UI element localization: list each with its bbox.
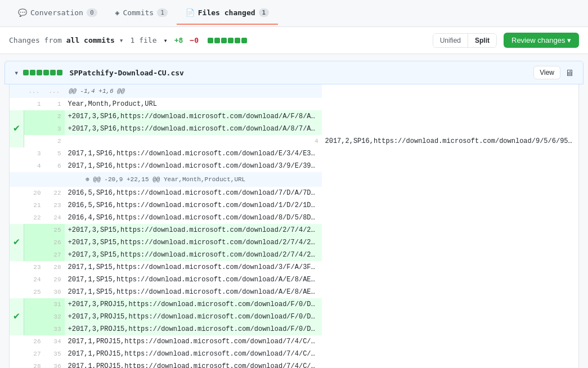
- right-line-num: 30: [44, 286, 65, 298]
- diff-row-ctx: 4 6 2017,1,SP16,https://download.microso…: [10, 160, 579, 172]
- check-cell: ✔: [10, 224, 24, 261]
- diff-row-ctx: 3 5 2017,1,SP16,https://download.microso…: [10, 147, 579, 160]
- diff-row-add: 27 +2017,3,SP15,https://download.microso…: [10, 249, 579, 261]
- line-content: +2017,3,SP16,https://download.microsoft.…: [65, 110, 322, 123]
- tab-files-changed[interactable]: 📄 Files changed 1: [177, 2, 278, 25]
- review-changes-button[interactable]: Review changes ▾: [504, 33, 579, 48]
- stat-block-3: [221, 38, 227, 43]
- all-commits-label[interactable]: all commits: [66, 36, 115, 44]
- file-name: SPPatchify-Download-CU.csv: [69, 69, 529, 77]
- diff-row-ctx: 20 22 2016,5,SP16,https://download.micro…: [10, 187, 579, 199]
- check-cell: ✔: [10, 298, 24, 335]
- changes-from-label: Changes from all commits ▾: [9, 36, 124, 44]
- tab-commits[interactable]: ◈ Commits 1: [106, 2, 177, 25]
- monitor-icon[interactable]: 🖥: [565, 68, 574, 78]
- view-file-button[interactable]: View: [533, 66, 560, 79]
- left-line-num: 28: [24, 360, 44, 368]
- line-content: 2017,2,SP16,https://download.microsoft.c…: [322, 135, 579, 147]
- line-content: 2017,1,SP15,https://download.microsoft.c…: [65, 286, 322, 298]
- right-line-num: 29: [44, 273, 65, 286]
- right-line-num: 34: [44, 335, 65, 348]
- left-line-num: 25: [24, 286, 44, 298]
- diff-row-ctx: 26 34 2017,1,PROJ15,https://download.mic…: [10, 335, 579, 348]
- commits-icon: ◈: [115, 8, 120, 17]
- line-content: +2017,3,PROJ15,https://download.microsof…: [65, 311, 322, 323]
- expand-row[interactable]: ⊕ @@ -20,9 +22,15 @@ Year,Month,Product,…: [10, 172, 579, 187]
- check-cell: [10, 160, 24, 172]
- files-changed-badge: 1: [259, 8, 270, 17]
- checkmark-icon: ✔: [14, 236, 20, 248]
- tab-files-changed-label: Files changed: [198, 8, 255, 17]
- stat-block-6: [241, 38, 247, 43]
- top-tabs: 💬 Conversation 0 ◈ Commits 1 📄 Files cha…: [0, 0, 588, 27]
- diff-row-ctx: 28 36 2017,1,PROJ15,https://download.mic…: [10, 360, 579, 368]
- check-cell: [10, 199, 24, 212]
- conversation-badge: 0: [87, 8, 97, 17]
- right-line-num: 28: [44, 261, 65, 273]
- diff-table: ... ... @@ -1,4 +1,6 @@ 1 1 Year,Month,P…: [9, 84, 579, 368]
- check-cell: [10, 84, 24, 98]
- left-line-num: ...: [24, 84, 44, 98]
- right-line-num: 27: [44, 249, 65, 261]
- right-line-num: 1: [44, 98, 65, 110]
- tab-conversation[interactable]: 💬 Conversation 0: [9, 2, 106, 25]
- diff-row-add: ✔ 2 +2017,3,SP16,https://download.micros…: [10, 110, 579, 123]
- file-stat-block-4: [43, 70, 49, 75]
- diff-row-add: ✔ 31 +2017,3,PROJ15,https://download.mic…: [10, 298, 579, 311]
- diff-row-add: 32 +2017,3,PROJ15,https://download.micro…: [10, 311, 579, 323]
- check-cell: [10, 212, 24, 224]
- right-line-num: 31: [44, 298, 65, 311]
- file-expand-icon[interactable]: ▾: [14, 68, 19, 77]
- diff-row-add: ✔ 25 +2017,3,SP15,https://download.micro…: [10, 224, 579, 236]
- right-line-num: 25: [44, 224, 65, 236]
- additions-count: +8: [174, 36, 183, 44]
- diff-wrapper: ... ... @@ -1,4 +1,6 @@ 1 1 Year,Month,P…: [5, 84, 583, 368]
- left-line-num: [24, 298, 44, 311]
- diff-row-add: 3 +2017,3,SP16,https://download.microsof…: [10, 123, 579, 135]
- stat-block-1: [208, 38, 213, 43]
- diff-row-ctx: 21 23 2016,5,SP16,https://download.micro…: [10, 199, 579, 212]
- right-line-num: 5: [44, 147, 65, 160]
- diff-row-ctx: 23 28 2017,1,SP15,https://download.micro…: [10, 261, 579, 273]
- check-cell: [10, 348, 24, 360]
- check-cell: [10, 360, 24, 368]
- diff-row-ctx: 25 30 2017,1,SP15,https://download.micro…: [10, 286, 579, 298]
- check-cell: [10, 187, 24, 199]
- check-cell: [10, 286, 24, 298]
- file-count: 1 file: [131, 36, 157, 44]
- left-line-num: [24, 249, 44, 261]
- check-cell: [24, 135, 44, 147]
- right-line-num: 32: [44, 311, 65, 323]
- right-line-num: 33: [44, 323, 65, 335]
- check-cell: [10, 273, 24, 286]
- stat-block-5: [235, 38, 240, 43]
- line-content: 2017,1,PROJ15,https://download.microsoft…: [65, 335, 322, 348]
- left-line-num: 23: [24, 261, 44, 273]
- check-cell: [10, 147, 24, 160]
- unified-view-button[interactable]: Unified: [433, 34, 468, 47]
- right-line-num: 23: [44, 199, 65, 212]
- file-stat-block-5: [50, 70, 56, 75]
- line-content: +2017,3,SP15,https://download.microsoft.…: [65, 224, 322, 236]
- right-line-num: 2: [44, 110, 65, 123]
- hunk-header-row: ... ... @@ -1,4 +1,6 @@: [10, 84, 579, 98]
- left-line-num: [24, 224, 44, 236]
- check-cell: [10, 335, 24, 348]
- left-line-num: [24, 110, 44, 123]
- files-changed-icon: 📄: [186, 8, 195, 17]
- diff-row-add: 26 +2017,3,SP15,https://download.microso…: [10, 236, 579, 249]
- left-line-num: [24, 236, 44, 249]
- right-line-num: ...: [44, 84, 65, 98]
- right-line-num: 24: [44, 212, 65, 224]
- expand-cell[interactable]: ⊕ @@ -20,9 +22,15 @@ Year,Month,Product,…: [10, 172, 322, 187]
- line-content: 2016,4,SP16,https://download.microsoft.c…: [65, 212, 322, 224]
- hunk-content: @@ -1,4 +1,6 @@: [65, 84, 322, 98]
- split-view-button[interactable]: Split: [468, 34, 496, 47]
- diff-row-ctx: 2 4 2017,2,SP16,https://download.microso…: [10, 135, 579, 147]
- line-content: 2017,1,SP15,https://download.microsoft.c…: [65, 261, 322, 273]
- right-line-num: 26: [44, 236, 65, 249]
- left-line-num: 4: [24, 160, 44, 172]
- line-content: 2017,1,SP16,https://download.microsoft.c…: [65, 160, 322, 172]
- stat-block-2: [214, 38, 220, 43]
- view-toggle: Unified Split: [433, 33, 497, 48]
